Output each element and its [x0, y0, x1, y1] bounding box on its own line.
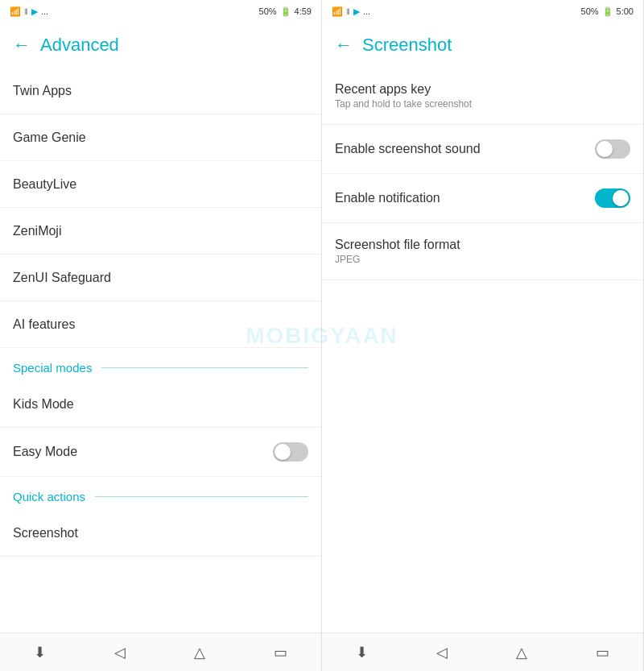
twin-apps-label: Twin Apps — [13, 84, 72, 98]
wifi-icon-right: 📶 — [332, 6, 343, 17]
menu-item-twin-apps[interactable]: Twin Apps — [0, 68, 321, 114]
wifi-icon: 📶 — [10, 6, 21, 17]
telegram-icon: ▶ — [31, 6, 38, 17]
signal-icon: ⦀ — [24, 6, 28, 17]
right-nav-bar: ⬇ ◁ △ ▭ — [322, 632, 643, 671]
time-left: 4:59 — [295, 6, 312, 16]
left-nav-home[interactable]: △ — [194, 644, 205, 661]
right-status-right: 50% 🔋 5:00 — [581, 6, 634, 17]
menu-item-easy-mode[interactable]: Easy Mode — [0, 428, 321, 477]
right-back-button[interactable]: ← — [335, 35, 353, 56]
zenimoji-label: ZeniMoji — [13, 224, 61, 238]
left-nav-bar: ⬇ ◁ △ ▭ — [0, 632, 321, 671]
easy-mode-toggle[interactable] — [273, 442, 308, 462]
menu-item-file-format[interactable]: Screenshot file format JPEG — [322, 223, 643, 280]
zenui-safeguard-label: ZenUI Safeguard — [13, 271, 111, 285]
quick-actions-header: Quick actions — [0, 477, 321, 510]
right-status-bar: 📶 ⦀ ▶ ... 50% 🔋 5:00 — [322, 0, 643, 23]
left-nav-back[interactable]: ◁ — [114, 644, 126, 661]
right-panel: 📶 ⦀ ▶ ... 50% 🔋 5:00 ← Screenshot Recent… — [322, 0, 644, 671]
right-nav-back[interactable]: ◁ — [436, 644, 448, 661]
menu-item-kids-mode[interactable]: Kids Mode — [0, 381, 321, 428]
battery-right: 50% — [581, 6, 599, 16]
recent-apps-sub: Tap and hold to take screenshot — [335, 98, 472, 110]
beautylive-label: BeautyLive — [13, 177, 76, 192]
battery-icon-right: 🔋 — [602, 6, 613, 17]
menu-item-screenshot[interactable]: Screenshot — [0, 510, 321, 557]
menu-item-ai-features[interactable]: AI features — [0, 301, 321, 348]
left-status-icons: 📶 ⦀ ▶ ... — [10, 6, 48, 17]
recent-apps-label: Recent apps key — [335, 82, 472, 97]
screenshot-sound-knob — [597, 141, 613, 157]
right-nav-recents[interactable]: ▭ — [596, 644, 609, 661]
right-nav-down[interactable]: ⬇ — [356, 644, 368, 661]
file-format-label: Screenshot file format — [335, 238, 460, 252]
battery-icon-left: 🔋 — [280, 6, 291, 17]
notification-label: Enable notification — [335, 191, 440, 205]
recent-apps-text: Recent apps key Tap and hold to take scr… — [335, 82, 472, 110]
left-panel: 📶 ⦀ ▶ ... 50% 🔋 4:59 ← Advanced Twin App… — [0, 0, 322, 671]
telegram-icon-right: ▶ — [353, 6, 360, 17]
ai-features-label: AI features — [13, 317, 75, 332]
menu-item-recent-apps[interactable]: Recent apps key Tap and hold to take scr… — [322, 68, 643, 125]
battery-left: 50% — [259, 6, 277, 16]
notification-knob — [613, 190, 629, 206]
menu-item-screenshot-sound[interactable]: Enable screenshot sound — [322, 125, 643, 174]
notification-toggle[interactable] — [595, 188, 630, 208]
left-content: Twin Apps Game Genie BeautyLive ZeniMoji… — [0, 68, 321, 632]
screenshot-sound-label: Enable screenshot sound — [335, 142, 481, 156]
menu-item-zenimoji[interactable]: ZeniMoji — [0, 208, 321, 255]
special-modes-divider — [101, 367, 308, 368]
dots-left: ... — [41, 6, 48, 16]
file-format-sub: JPEG — [335, 254, 460, 265]
easy-mode-toggle-knob — [275, 444, 291, 460]
menu-item-zenui-safeguard[interactable]: ZenUI Safeguard — [0, 255, 321, 301]
right-status-icons: 📶 ⦀ ▶ ... — [332, 6, 370, 17]
left-top-bar: ← Advanced — [0, 23, 321, 68]
game-genie-label: Game Genie — [13, 130, 86, 145]
left-status-bar: 📶 ⦀ ▶ ... 50% 🔋 4:59 — [0, 0, 321, 23]
file-format-text: Screenshot file format JPEG — [335, 238, 460, 265]
quick-actions-label: Quick actions — [13, 490, 85, 503]
quick-actions-divider — [95, 496, 308, 497]
left-back-button[interactable]: ← — [13, 35, 31, 56]
left-page-title: Advanced — [40, 35, 119, 56]
left-status-right: 50% 🔋 4:59 — [259, 6, 312, 17]
signal-icon-right: ⦀ — [346, 6, 350, 17]
special-modes-label: Special modes — [13, 361, 92, 375]
time-right: 5:00 — [617, 6, 634, 16]
right-top-bar: ← Screenshot — [322, 23, 643, 68]
dots-right: ... — [363, 6, 370, 16]
right-page-title: Screenshot — [362, 35, 452, 56]
menu-item-notification[interactable]: Enable notification — [322, 174, 643, 223]
menu-item-beautylive[interactable]: BeautyLive — [0, 161, 321, 208]
menu-item-game-genie[interactable]: Game Genie — [0, 114, 321, 161]
screenshot-label: Screenshot — [13, 526, 78, 541]
left-nav-recents[interactable]: ▭ — [274, 644, 287, 661]
easy-mode-label: Easy Mode — [13, 445, 77, 459]
special-modes-header: Special modes — [0, 348, 321, 381]
right-content: Recent apps key Tap and hold to take scr… — [322, 68, 643, 632]
right-nav-home[interactable]: △ — [516, 644, 527, 661]
left-nav-down[interactable]: ⬇ — [34, 644, 46, 661]
screenshot-sound-toggle[interactable] — [595, 139, 630, 159]
kids-mode-label: Kids Mode — [13, 397, 74, 412]
